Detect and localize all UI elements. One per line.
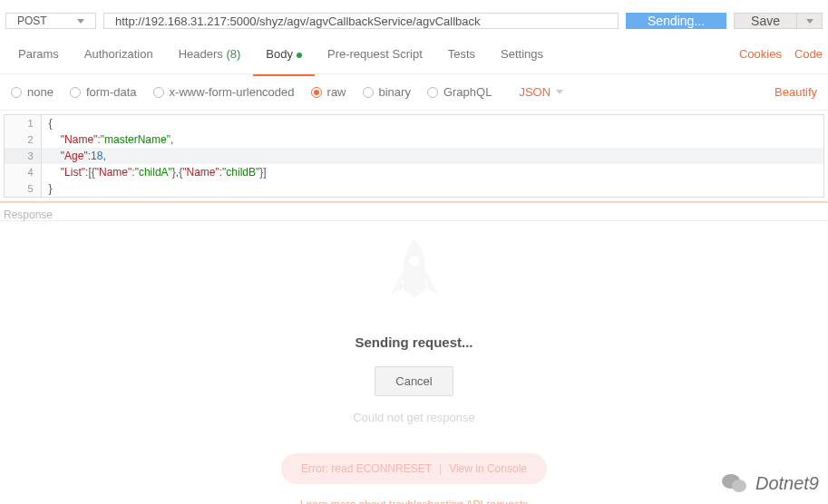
tab-headers-label: Headers (179, 47, 223, 61)
editor-line: 5} (5, 180, 823, 197)
body-type-label: JSON (519, 85, 550, 99)
headers-count: (8) (226, 47, 240, 61)
tab-settings[interactable]: Settings (488, 38, 556, 70)
radio-xwww-label: x-www-form-urlencoded (170, 85, 295, 99)
tab-body[interactable]: Body (253, 38, 315, 70)
radio-icon (11, 87, 22, 98)
radio-xwww[interactable]: x-www-form-urlencoded (153, 85, 295, 99)
radio-form-data[interactable]: form-data (70, 85, 137, 99)
svg-point-2 (732, 480, 746, 492)
radio-raw[interactable]: raw (311, 85, 346, 99)
radio-graphql-label: GraphQL (443, 85, 492, 99)
method-select[interactable]: POST (5, 13, 96, 29)
editor-line: 2 "Name":"masterName", (5, 131, 823, 148)
svg-point-0 (409, 256, 420, 267)
line-code[interactable]: "Age":18, (41, 148, 823, 164)
chevron-down-icon (806, 19, 813, 24)
line-number: 4 (5, 164, 41, 180)
rocket-icon (378, 236, 451, 317)
line-code[interactable]: "List":[{"Name":"childA"},{"Name":"child… (41, 164, 823, 180)
body-type-bar: none form-data x-www-form-urlencoded raw… (0, 74, 828, 111)
request-bar: POST Sending... Save (0, 0, 828, 40)
body-type-select[interactable]: JSON (519, 85, 563, 99)
response-area: Sending request... Cancel Could not get … (0, 221, 828, 504)
radio-raw-label: raw (327, 85, 346, 99)
error-text: Error: read ECONNRESET (301, 462, 432, 475)
line-number: 1 (5, 115, 41, 131)
body-editor[interactable]: 1{2 "Name":"masterName",3 "Age":18,4 "Li… (4, 114, 824, 198)
radio-none-label: none (27, 85, 54, 99)
tab-body-label: Body (266, 47, 293, 61)
pill-separator: | (439, 462, 442, 475)
send-button[interactable]: Sending... (626, 13, 726, 29)
watermark-text: Dotnet9 (755, 473, 819, 494)
line-number: 5 (5, 180, 41, 197)
radio-icon (427, 87, 438, 98)
chevron-down-icon (77, 19, 84, 24)
tab-params[interactable]: Params (5, 38, 72, 70)
code-link[interactable]: Code (794, 47, 823, 61)
line-code[interactable]: } (41, 180, 823, 197)
editor-line: 3 "Age":18, (5, 148, 823, 164)
radio-form-data-label: form-data (86, 85, 137, 99)
request-tabs: Params Authorization Headers (8) Body Pr… (0, 40, 828, 74)
response-section-label: Response (0, 201, 828, 221)
watermark: Dotnet9 (721, 471, 819, 495)
could-not-text: Could not get response (0, 411, 828, 424)
tab-tests[interactable]: Tests (435, 38, 488, 70)
radio-icon (153, 87, 164, 98)
chevron-down-icon (556, 90, 563, 94)
view-console-link[interactable]: View in Console (449, 462, 527, 475)
save-button[interactable]: Save (734, 13, 797, 29)
radio-icon (311, 87, 322, 98)
cookies-link[interactable]: Cookies (739, 47, 782, 61)
tab-authorization[interactable]: Authorization (72, 38, 166, 70)
save-group: Save (734, 13, 823, 29)
url-input[interactable] (104, 14, 618, 28)
wechat-icon (721, 471, 748, 495)
radio-icon (70, 87, 81, 98)
tab-prerequest[interactable]: Pre-request Script (315, 38, 435, 70)
save-dropdown[interactable] (797, 13, 823, 29)
editor-table: 1{2 "Name":"masterName",3 "Age":18,4 "Li… (5, 115, 823, 197)
line-code[interactable]: "Name":"masterName", (41, 131, 823, 148)
radio-graphql[interactable]: GraphQL (427, 85, 492, 99)
line-number: 3 (5, 148, 41, 164)
editor-line: 1{ (5, 115, 823, 131)
radio-icon (363, 87, 374, 98)
radio-none[interactable]: none (11, 85, 54, 99)
cancel-button[interactable]: Cancel (375, 366, 453, 396)
radio-binary[interactable]: binary (363, 85, 411, 99)
sending-status: Sending request... (0, 334, 828, 350)
radio-binary-label: binary (379, 85, 411, 99)
learn-more-link[interactable]: Learn more about troubleshooting API req… (0, 499, 828, 504)
body-dot-icon (297, 53, 302, 58)
error-pill: Error: read ECONNRESET|View in Console (281, 453, 547, 484)
line-code[interactable]: { (41, 115, 823, 131)
editor-line: 4 "List":[{"Name":"childA"},{"Name":"chi… (5, 164, 823, 180)
tab-headers[interactable]: Headers (8) (166, 38, 254, 70)
url-box (103, 13, 619, 29)
line-number: 2 (5, 131, 41, 148)
method-label: POST (17, 15, 47, 27)
beautify-link[interactable]: Beautify (774, 85, 817, 99)
